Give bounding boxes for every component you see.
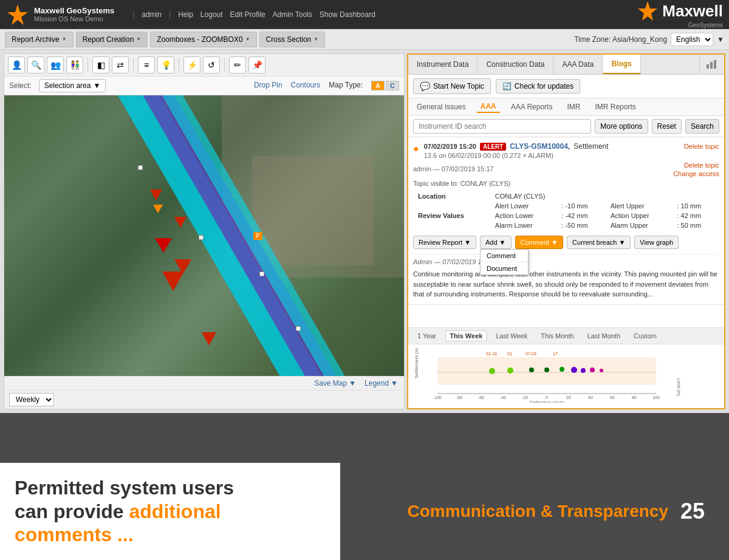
chart-tab-thismonth[interactable]: This Month xyxy=(536,330,578,341)
sq-marker-4 xyxy=(296,326,301,331)
bottom-left-text: Permitted system users can provide addit… xyxy=(0,463,340,560)
check-updates-btn[interactable]: 🔄 Check for updates xyxy=(496,79,580,94)
tab-instrument-data[interactable]: Instrument Data xyxy=(408,55,477,74)
chart-tab-1year[interactable]: 1 Year xyxy=(413,330,440,341)
chart-tab-custom[interactable]: Custom xyxy=(629,330,661,341)
bar-chart-icon xyxy=(706,60,718,69)
users-icon[interactable]: 👫 xyxy=(66,56,83,73)
chart-icon-btn[interactable] xyxy=(699,55,724,74)
map-satellite-view[interactable]: P xyxy=(4,95,404,376)
action-lower-val: : -42 mm xyxy=(558,211,606,220)
sq-marker-1 xyxy=(138,165,143,170)
save-map-button[interactable]: Save Map ▼ xyxy=(314,379,356,388)
arrow-icon: ▼ xyxy=(618,239,625,246)
layers-icon[interactable]: ◧ xyxy=(92,56,109,73)
subtab-aaa[interactable]: AAA xyxy=(477,101,500,113)
list-icon[interactable]: ≡ xyxy=(138,56,155,73)
admin-tools-link[interactable]: Admin Tools xyxy=(273,10,312,19)
add-comment-option[interactable]: Comment xyxy=(481,250,528,262)
selection-area-button[interactable]: Selection area ▼ xyxy=(39,79,106,92)
help-link[interactable]: Help xyxy=(178,10,193,19)
edit-profile-link[interactable]: Edit Profile xyxy=(230,10,265,19)
review-report-btn[interactable]: Review Report ▼ xyxy=(413,236,476,249)
legend-button[interactable]: Legend ▼ xyxy=(364,379,398,388)
tab-blogs[interactable]: Blogs xyxy=(603,55,640,74)
blog-actions: 💬 Start New Topic 🔄 Check for updates xyxy=(408,75,724,98)
lightning-icon[interactable]: ⚡ xyxy=(183,56,200,73)
subtab-aaa-reports[interactable]: AAA Reports xyxy=(507,101,556,112)
top-bar: Maxwell GeoSystems Mission OS New Demo |… xyxy=(0,0,729,29)
delete-topic-link-2[interactable]: Delete topic xyxy=(684,162,719,169)
marker-5[interactable] xyxy=(162,271,184,291)
marker-orange-1[interactable] xyxy=(153,205,163,213)
contours-link[interactable]: Contours xyxy=(291,81,321,90)
bottom-overlay: Permitted system users can provide addit… xyxy=(0,463,729,560)
orange-label: P xyxy=(253,232,262,240)
sq-marker-3 xyxy=(259,271,264,276)
comments-text: comments ... xyxy=(15,524,134,545)
tab-aaa-data[interactable]: AAA Data xyxy=(553,55,603,74)
cross-section-tab[interactable]: Cross Section ▼ xyxy=(259,32,326,47)
show-dashboard-link[interactable]: Show Dashboard xyxy=(320,10,375,19)
current-breach-btn[interactable]: Current breach ▼ xyxy=(567,236,631,249)
start-new-topic-btn[interactable]: 💬 Start New Topic xyxy=(413,78,491,94)
zoomboxes-tab[interactable]: Zoomboxes - ZOOMBOX0 ▼ xyxy=(150,32,256,47)
svg-text:Deflection (mm): Deflection (mm) xyxy=(530,400,564,403)
weekly-select[interactable]: Weekly xyxy=(9,393,54,406)
bottom-text-line1: Permitted system users xyxy=(15,476,326,499)
svg-point-20 xyxy=(600,369,603,372)
more-options-button[interactable]: More options xyxy=(595,119,648,134)
logout-link[interactable]: Logout xyxy=(200,10,223,19)
arrow-icon: ▼ xyxy=(136,36,141,42)
instrument-search-input[interactable] xyxy=(413,119,591,134)
arrows-icon[interactable]: ⇄ xyxy=(112,56,129,73)
view-graph-btn[interactable]: View graph xyxy=(634,236,679,249)
bulb-icon[interactable]: 💡 xyxy=(157,56,174,73)
chart-tab-lastmonth[interactable]: Last Month xyxy=(583,330,625,341)
chart-area: 1 Year This Week Last Week This Month La… xyxy=(408,327,724,408)
chat-icon: 💬 xyxy=(420,81,430,91)
dropdown-arrow: ▼ xyxy=(93,81,100,90)
dropdown-icon: ▼ xyxy=(717,35,724,44)
language-select[interactable]: English xyxy=(671,33,713,46)
svg-text:60: 60 xyxy=(610,395,615,400)
user-single-icon[interactable]: 👤 xyxy=(8,56,25,73)
marker-1[interactable] xyxy=(150,190,162,200)
subtab-general-issues[interactable]: General Issues xyxy=(413,101,470,112)
map-type-label: Map Type: xyxy=(329,81,363,90)
reset-icon[interactable]: ↺ xyxy=(203,56,220,73)
instrument-id[interactable]: CLYS-GSM10004, xyxy=(510,142,570,151)
change-access-link[interactable]: Change access xyxy=(673,170,719,177)
add-btn[interactable]: Add ▼ xyxy=(480,236,511,249)
can-provide-text: can provide xyxy=(15,500,129,522)
marker-2[interactable] xyxy=(174,217,187,228)
communication-label: Communication & Transparency xyxy=(408,502,668,521)
review-values-label: Review Values xyxy=(414,202,490,230)
marker-3[interactable] xyxy=(155,238,172,253)
drop-pin-link[interactable]: Drop Pin xyxy=(254,81,282,90)
chart-tab-lastweek[interactable]: Last Week xyxy=(491,330,532,341)
pin-icon[interactable]: 📌 xyxy=(248,56,265,73)
map-type-a-btn[interactable]: A xyxy=(371,81,385,90)
subtab-imr-reports[interactable]: IMR Reports xyxy=(591,101,639,112)
admin-link[interactable]: admin xyxy=(142,10,162,19)
report-creation-tab[interactable]: Report Creation ▼ xyxy=(76,32,148,47)
reset-button[interactable]: Reset xyxy=(652,119,682,134)
map-type-c-btn[interactable]: C xyxy=(386,81,399,90)
add-document-option[interactable]: Document xyxy=(481,262,528,275)
add-dropdown-menu: Comment Document xyxy=(480,249,529,275)
chart-tab-thisweek[interactable]: This Week xyxy=(445,330,487,341)
tabs-header: Instrument Data Construction Data AAA Da… xyxy=(408,55,724,75)
edit-icon[interactable]: ✏ xyxy=(229,56,246,73)
brand-sub: Mission OS New Demo xyxy=(34,15,114,22)
search-button[interactable]: Search xyxy=(685,119,719,134)
tab-construction-data[interactable]: Construction Data xyxy=(477,55,553,74)
legend-arrow: ▼ xyxy=(391,379,398,388)
user-multi-icon[interactable]: 👥 xyxy=(47,56,64,73)
report-archive-tab[interactable]: Report Archive ▼ xyxy=(5,32,74,47)
marker-6[interactable] xyxy=(202,332,216,346)
comment-btn[interactable]: Comment ▼ xyxy=(515,236,564,249)
user-search-icon[interactable]: 🔍 xyxy=(27,56,44,73)
delete-topic-link[interactable]: Delete topic xyxy=(684,143,719,150)
subtab-imr[interactable]: IMR xyxy=(563,101,584,112)
